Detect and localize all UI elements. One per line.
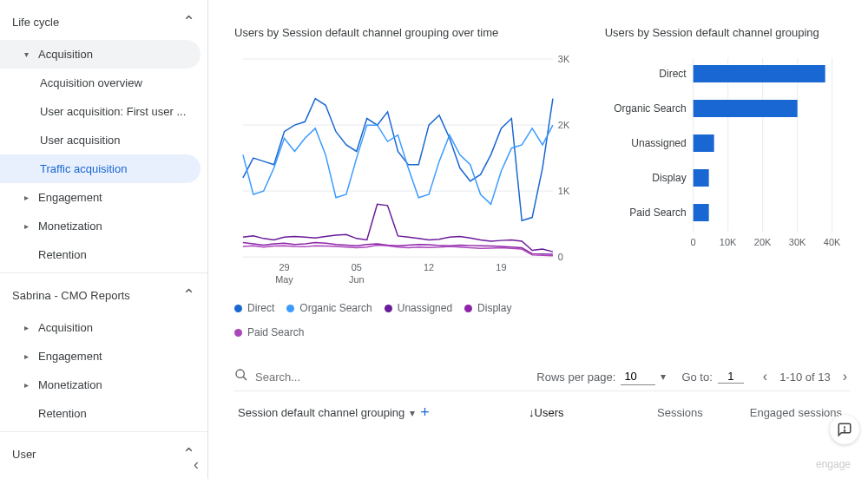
nav-label: Monetization — [38, 378, 102, 391]
svg-line-35 — [243, 377, 247, 380]
nav-retention[interactable]: Retention — [0, 240, 201, 269]
section-label: Life cycle — [12, 16, 59, 29]
nav-engagement[interactable]: ▸ Engagement — [0, 183, 201, 212]
line-chart-legend: Direct Organic Search Unassigned Display… — [234, 302, 579, 338]
chevron-up-icon: ⌃ — [182, 285, 195, 305]
column-users[interactable]: ↓Users — [433, 406, 572, 419]
legend-organic[interactable]: Organic Search — [286, 302, 372, 314]
svg-text:0: 0 — [558, 252, 563, 262]
bar-chart-panel: Users by Session default channel groupin… — [605, 26, 851, 338]
svg-rect-27 — [693, 100, 797, 117]
svg-text:Unassigned: Unassigned — [631, 137, 686, 149]
svg-text:Direct: Direct — [659, 68, 687, 80]
table-header: Session default channel grouping ▾ + ↓Us… — [234, 391, 851, 422]
line-chart-title: Users by Session default channel groupin… — [234, 26, 579, 39]
svg-text:40K: 40K — [824, 237, 841, 247]
search-input[interactable] — [255, 371, 359, 384]
nav-user-acquisition-first[interactable]: User acquisition: First user ... — [0, 97, 201, 126]
goto-input[interactable] — [718, 370, 744, 384]
section-label: User — [12, 448, 36, 461]
nav-label: Retention — [38, 248, 87, 261]
column-engaged-sessions[interactable]: Engaged sessions — [712, 406, 851, 419]
legend-direct[interactable]: Direct — [234, 302, 274, 314]
table-controls: Rows per page: ▾ Go to: ‹ 1-10 of 13 › — [234, 363, 851, 391]
svg-text:3K: 3K — [558, 54, 570, 64]
faded-overflow-text: engage — [816, 458, 851, 470]
svg-rect-25 — [693, 65, 825, 82]
svg-text:2K: 2K — [558, 120, 570, 130]
rows-per-page-select[interactable] — [621, 368, 655, 385]
svg-rect-31 — [693, 169, 708, 187]
svg-text:Organic Search: Organic Search — [614, 102, 686, 115]
nav-cmo-monetization[interactable]: ▸ Monetization — [0, 371, 201, 399]
svg-text:05: 05 — [352, 262, 362, 272]
svg-text:30K: 30K — [789, 237, 806, 247]
nav-label: Monetization — [38, 220, 102, 233]
section-label: Sabrina - CMO Reports — [12, 289, 130, 302]
caret-down-icon: ▾ — [19, 49, 33, 59]
page-range: 1-10 of 13 — [779, 371, 831, 384]
caret-down-icon: ▾ — [661, 371, 666, 383]
nav-label: Engagement — [38, 191, 102, 204]
nav-label: Traffic acquisition — [40, 162, 127, 175]
caret-right-icon: ▸ — [19, 380, 33, 390]
caret-down-icon[interactable]: ▾ — [410, 407, 415, 419]
line-chart: 01K2K3K29May05Jun1219 — [234, 49, 579, 292]
svg-text:20K: 20K — [754, 237, 772, 247]
chevron-left-icon: ‹ — [194, 456, 199, 473]
dimension-header[interactable]: Session default channel grouping — [238, 406, 404, 419]
svg-text:0: 0 — [690, 237, 695, 247]
nav-acquisition[interactable]: ▾ Acquisition — [0, 40, 201, 69]
legend-unassigned[interactable]: Unassigned — [385, 302, 452, 314]
svg-text:12: 12 — [424, 262, 434, 272]
nav-label: User acquisition: First user ... — [40, 105, 186, 118]
caret-right-icon: ▸ — [19, 323, 33, 332]
legend-display[interactable]: Display — [464, 302, 511, 314]
section-cmo-reports[interactable]: Sabrina - CMO Reports ⌃ — [0, 272, 207, 313]
main-content: Users by Session default channel groupin… — [208, 0, 868, 479]
section-user[interactable]: User ⌃ — [0, 431, 207, 472]
nav-cmo-engagement[interactable]: ▸ Engagement — [0, 342, 201, 371]
svg-text:Paid Search: Paid Search — [629, 207, 686, 219]
svg-rect-33 — [693, 204, 708, 221]
section-life-cycle[interactable]: Life cycle ⌃ — [0, 3, 207, 40]
svg-text:May: May — [275, 274, 293, 285]
nav-cmo-retention[interactable]: Retention — [0, 399, 201, 428]
caret-right-icon: ▸ — [19, 221, 33, 231]
svg-point-37 — [844, 430, 845, 431]
nav-cmo-acquisition[interactable]: ▸ Acquisition — [0, 313, 201, 342]
goto-label: Go to: — [681, 371, 712, 384]
column-sessions[interactable]: Sessions — [573, 406, 712, 419]
feedback-button[interactable] — [830, 415, 859, 444]
svg-point-34 — [236, 370, 244, 377]
svg-text:10K: 10K — [720, 237, 737, 247]
caret-right-icon: ▸ — [19, 351, 33, 361]
pager: ‹ 1-10 of 13 › — [760, 369, 851, 384]
next-page-button[interactable]: › — [839, 369, 851, 384]
nav-label: Acquisition overview — [40, 76, 142, 89]
nav-label: Acquisition — [38, 321, 93, 334]
add-dimension-button[interactable]: + — [420, 404, 430, 422]
line-chart-panel: Users by Session default channel groupin… — [234, 26, 579, 338]
nav-user-acquisition[interactable]: User acquisition — [0, 126, 201, 154]
nav-label: Engagement — [38, 350, 102, 363]
nav-label: Retention — [38, 407, 87, 420]
bar-chart: 010K20K30K40KDirectOrganic SearchUnassig… — [605, 49, 851, 258]
search-icon[interactable] — [234, 368, 248, 385]
bar-chart-title: Users by Session default channel groupin… — [605, 26, 851, 39]
chevron-up-icon: ⌃ — [182, 12, 195, 31]
svg-text:1K: 1K — [558, 186, 570, 196]
prev-page-button[interactable]: ‹ — [760, 369, 771, 384]
nav-label: Acquisition — [38, 48, 93, 61]
legend-paid[interactable]: Paid Search — [234, 326, 304, 338]
svg-text:Jun: Jun — [349, 274, 365, 285]
nav-monetization[interactable]: ▸ Monetization — [0, 212, 201, 240]
collapse-sidebar-button[interactable]: ‹ — [194, 456, 199, 474]
nav-traffic-acquisition[interactable]: Traffic acquisition — [0, 154, 201, 183]
svg-text:29: 29 — [279, 262, 289, 272]
svg-text:19: 19 — [496, 262, 506, 272]
nav-label: User acquisition — [40, 134, 121, 147]
nav-acquisition-overview[interactable]: Acquisition overview — [0, 69, 201, 97]
svg-rect-29 — [693, 135, 713, 152]
caret-right-icon: ▸ — [19, 193, 33, 202]
